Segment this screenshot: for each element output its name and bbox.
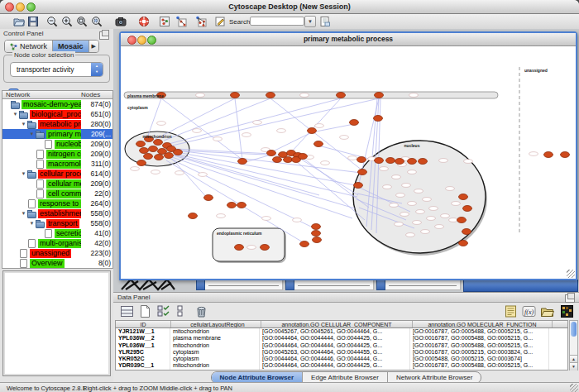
network-node[interactable] xyxy=(375,158,384,164)
network-node[interactable] xyxy=(463,206,472,212)
delete-attribute-icon[interactable] xyxy=(194,304,208,318)
matrix-icon[interactable] xyxy=(560,304,574,318)
network-node[interactable] xyxy=(299,154,308,160)
network-node[interactable] xyxy=(419,159,428,165)
annotation-icon[interactable] xyxy=(214,16,226,27)
network-node[interactable] xyxy=(544,152,553,158)
network-node[interactable] xyxy=(300,241,309,247)
zoom-fit-icon[interactable] xyxy=(76,16,88,27)
network-node[interactable] xyxy=(273,157,282,163)
tree-row-overview[interactable]: Overview8(0) xyxy=(2,258,112,268)
birds-eye-view[interactable] xyxy=(2,270,111,376)
table-row[interactable]: YJR121W__1mitochondrion[GO:0045267, GO:0… xyxy=(116,328,567,335)
tree-row-macromolecule[interactable]: macromolecule311(0) xyxy=(2,159,112,169)
network-node[interactable] xyxy=(204,195,213,201)
network-node[interactable] xyxy=(354,183,363,189)
table-scrollbar[interactable]: ▲ ▼ xyxy=(569,320,578,370)
tree-row-response-to-stimulu[interactable]: response to stimulu264(0) xyxy=(2,198,112,208)
zoom-selected-icon[interactable] xyxy=(91,16,103,27)
network-node[interactable] xyxy=(235,245,244,251)
search-dropdown-arrow[interactable]: ▼ xyxy=(304,16,316,27)
background-window-titlebar[interactable] xyxy=(463,280,578,292)
save-icon[interactable] xyxy=(27,16,39,27)
background-window-sliver[interactable] xyxy=(196,280,283,290)
expander-icon[interactable]: ▼ xyxy=(20,119,27,129)
network-node[interactable] xyxy=(459,194,468,200)
network-node[interactable] xyxy=(314,141,323,147)
network-edge[interactable] xyxy=(172,157,352,218)
search-options-icon[interactable] xyxy=(319,16,331,27)
network-node[interactable] xyxy=(462,229,471,235)
function-builder-icon[interactable]: f(x) xyxy=(522,304,536,318)
table-row[interactable]: YLR295Ccytoplasm[GO:0045263, GO:0044464,… xyxy=(116,349,567,356)
float-panel-icon[interactable] xyxy=(99,31,109,40)
search-input[interactable] xyxy=(250,17,304,26)
network-edge[interactable] xyxy=(235,98,242,160)
network-node[interactable] xyxy=(267,151,276,156)
network-overlay-icon-2[interactable] xyxy=(195,16,207,27)
column-header[interactable]: annotation.GO CELLULAR_COMPONENT xyxy=(261,321,413,327)
node-color-dropdown[interactable]: transporter activity ▲▼ xyxy=(10,62,103,77)
tree-row-cellular-metabo[interactable]: cellular metabo209(0) xyxy=(2,179,112,189)
network-node[interactable] xyxy=(261,245,270,251)
network-node[interactable] xyxy=(457,218,467,223)
background-window-sliver[interactable] xyxy=(376,280,461,290)
unselect-attributes-icon[interactable] xyxy=(175,304,189,318)
background-window-sliver[interactable] xyxy=(285,280,374,290)
network-canvas[interactable]: plasma membranecytoplasmmitochondrionnuc… xyxy=(121,46,572,277)
network-node[interactable] xyxy=(165,153,174,159)
tree-row-multi-organism-pro[interactable]: multi-organism pro42(0) xyxy=(2,238,112,248)
network-node[interactable] xyxy=(155,155,164,160)
table-mode-icon[interactable] xyxy=(120,304,134,318)
network-node[interactable] xyxy=(386,158,395,164)
expander-icon[interactable]: ▼ xyxy=(12,109,19,119)
network-node[interactable] xyxy=(238,159,247,165)
snapshot-camera-icon[interactable] xyxy=(115,16,127,27)
expander-icon[interactable]: ▼ xyxy=(28,129,36,139)
app-resize-grip[interactable] xyxy=(570,384,578,392)
network-node[interactable] xyxy=(137,160,146,166)
network-node[interactable] xyxy=(144,154,153,160)
network-node[interactable] xyxy=(231,93,240,98)
tab-network[interactable]: Network xyxy=(5,41,53,52)
new-attribute-icon[interactable] xyxy=(138,304,152,318)
network-node[interactable] xyxy=(375,93,384,98)
network-node[interactable] xyxy=(312,231,321,237)
network-node[interactable] xyxy=(308,128,317,134)
network-node[interactable] xyxy=(174,150,183,155)
tree-row-cellular-process[interactable]: ▼cellular process614(0) xyxy=(2,169,112,179)
network-node[interactable] xyxy=(149,146,158,152)
network-node[interactable] xyxy=(312,224,321,230)
network-window-titlebar[interactable]: primary metabolic process xyxy=(121,33,576,46)
tree-row-nucleobase-[interactable]: nucleobase-209(0) xyxy=(2,139,112,149)
network-node[interactable] xyxy=(561,152,570,158)
network-edge[interactable] xyxy=(172,159,208,199)
expander-icon[interactable]: ▼ xyxy=(20,208,27,218)
column-header[interactable]: _cellularLayoutRegion xyxy=(171,321,261,327)
tree-row-unassigned[interactable]: unassigned223(0) xyxy=(2,248,112,258)
network-node[interactable] xyxy=(337,93,346,98)
column-header[interactable]: ID xyxy=(116,321,171,327)
import-attributes-icon[interactable] xyxy=(540,304,554,318)
network-node[interactable] xyxy=(374,116,383,122)
network-node[interactable] xyxy=(284,157,293,163)
tab-mosaic[interactable]: Mosaic xyxy=(53,41,89,52)
tree-row-mosaic-demo-yeast[interactable]: mosaic-demo-yeast874(0) xyxy=(2,99,112,109)
network-node[interactable] xyxy=(358,170,367,175)
network-node[interactable] xyxy=(136,141,146,147)
network-node[interactable] xyxy=(140,148,149,154)
tree-row-primary-metabo[interactable]: ▼primary metabo209(... xyxy=(2,129,112,139)
tree-row-metabolic-process[interactable]: ▼metabolic process280(0) xyxy=(2,119,112,129)
table-row[interactable]: YPL036W__1mitochondrion[GO:0044464, GO:0… xyxy=(116,342,567,349)
notes-icon[interactable] xyxy=(504,304,518,318)
window-resize-grip[interactable] xyxy=(567,270,575,278)
table-row[interactable]: YPL036W__2plasma membrane[GO:0044464, GO… xyxy=(116,335,567,342)
plasma-membrane-region[interactable] xyxy=(124,92,498,98)
tree-row-nitrogen-compo[interactable]: nitrogen compo209(0) xyxy=(2,149,112,159)
network-node[interactable] xyxy=(227,203,237,208)
network-edge[interactable] xyxy=(271,132,312,152)
tree-row-transport[interactable]: ▼transport558(0) xyxy=(2,218,112,228)
tree-row-cell-communicat[interactable]: cell communicat22(0) xyxy=(2,189,112,198)
network-node[interactable] xyxy=(237,203,246,208)
network-edge[interactable] xyxy=(164,98,270,141)
